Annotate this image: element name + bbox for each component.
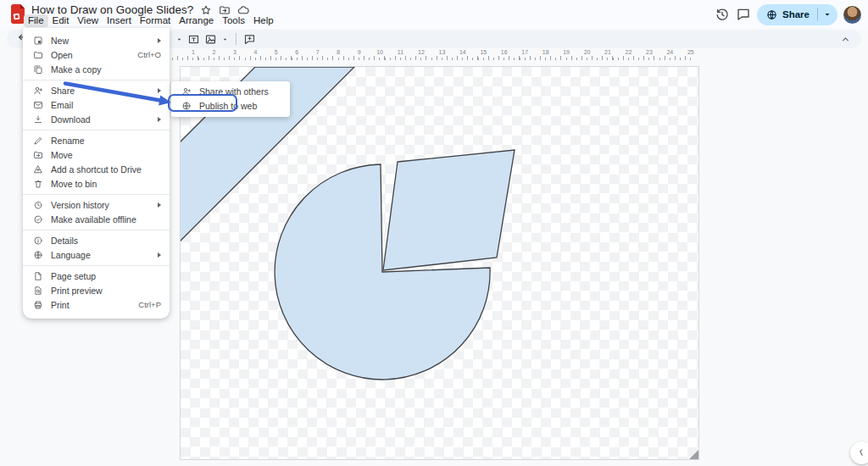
menubar-item-edit[interactable]: Edit — [48, 14, 74, 27]
share-submenu: Share with othersPublish to web — [171, 81, 290, 117]
menu-item-print-preview[interactable]: Print preview — [23, 283, 170, 297]
menubar-item-arrange[interactable]: Arrange — [175, 14, 218, 27]
menu-item-make-a-copy[interactable]: Make a copy — [23, 62, 170, 76]
menu-item-rename[interactable]: Rename — [23, 133, 170, 147]
image-dropdown-caret-icon[interactable] — [221, 36, 229, 43]
menubar-item-format[interactable]: Format — [136, 14, 175, 27]
menu-item-email[interactable]: Email — [23, 97, 170, 112]
menu-item-download[interactable]: Download — [23, 112, 170, 126]
share-button-label: Share — [782, 9, 810, 19]
info-icon — [33, 236, 43, 246]
menu-item-label: New — [51, 36, 150, 46]
ruler-number: 5 — [275, 49, 278, 55]
menu-separator — [23, 230, 170, 230]
menu-item-label: Share with others — [199, 86, 281, 97]
ruler-half-ticks — [177, 56, 692, 60]
collapse-toolbar-icon[interactable] — [840, 33, 851, 44]
menubar-item-help[interactable]: Help — [249, 14, 278, 27]
menu-item-move[interactable]: Move — [23, 147, 170, 162]
print-preview-icon — [33, 286, 43, 296]
menu-item-open[interactable]: OpenCtrl+O — [23, 47, 170, 62]
menu-item-new[interactable]: New — [23, 33, 170, 47]
menu-item-label: Open — [51, 50, 130, 60]
zoom-dropdown-caret-icon[interactable] — [175, 36, 183, 43]
share-button[interactable]: Share — [757, 4, 837, 25]
add-comment-icon[interactable] — [243, 33, 256, 46]
menu-item-details[interactable]: Details — [23, 233, 170, 247]
comments-icon[interactable] — [736, 7, 751, 22]
menubar-item-file[interactable]: File — [24, 14, 48, 27]
ruler-number: 24 — [666, 49, 673, 55]
quadrilateral-shape[interactable] — [383, 150, 515, 270]
menu-item-label: Publish to web — [199, 101, 281, 111]
menu-item-share-with-others[interactable]: Share with others — [171, 85, 290, 99]
menu-bar: FileEditViewInsertFormatArrangeToolsHelp — [24, 14, 278, 27]
canvas-resize-handle[interactable] — [689, 450, 698, 459]
menubar-item-view[interactable]: View — [73, 14, 103, 27]
account-avatar[interactable] — [843, 6, 861, 24]
menu-item-add-a-shortcut-to-drive[interactable]: Add a shortcut to Drive — [23, 162, 170, 176]
menu-item-share[interactable]: Share — [23, 83, 170, 97]
ruler-number: 11 — [398, 49, 403, 55]
menu-item-label: Make available offline — [51, 214, 161, 225]
menu-item-label: Page setup — [51, 271, 161, 281]
menu-separator — [23, 130, 170, 130]
app-header: How to Draw on Google Slides? FileEditVi… — [0, 0, 868, 29]
submenu-arrow-icon — [158, 38, 161, 43]
menubar-item-insert[interactable]: Insert — [103, 14, 136, 27]
menu-item-make-available-offline[interactable]: Make available offline — [23, 212, 170, 226]
canvas-shapes — [181, 67, 698, 459]
copy-icon — [33, 64, 43, 75]
ruler-number: 20 — [584, 49, 591, 55]
menu-separator — [23, 80, 170, 80]
menu-item-label: Move to bin — [51, 179, 161, 189]
menu-item-language[interactable]: Language — [23, 247, 170, 262]
ruler-number: 13 — [438, 49, 445, 55]
menu-item-label: Make a copy — [51, 64, 161, 75]
share-status-globe-icon — [766, 9, 777, 20]
menu-item-label: Download — [51, 114, 150, 125]
menu-item-page-setup[interactable]: Page setup — [23, 269, 170, 283]
ruler-number: 6 — [295, 49, 298, 55]
text-box-icon[interactable] — [187, 33, 200, 46]
page-setup-icon — [33, 271, 43, 281]
ruler-number: 2 — [212, 49, 215, 55]
menu-item-shortcut: Ctrl+P — [138, 300, 161, 309]
menu-item-print[interactable]: PrintCtrl+P — [23, 297, 170, 312]
printer-icon — [33, 300, 43, 310]
horizontal-ruler: 1234567891011121314151617181920212223242… — [170, 48, 698, 63]
menu-item-label: Add a shortcut to Drive — [51, 164, 161, 175]
share-pill-divider — [817, 8, 818, 21]
menu-item-version-history[interactable]: Version history — [23, 197, 170, 212]
share-dropdown-caret-icon[interactable] — [820, 7, 835, 22]
submenu-arrow-icon — [158, 252, 161, 258]
toolbar-divider — [236, 33, 236, 45]
submenu-arrow-icon — [158, 88, 161, 93]
ruler-number: 18 — [542, 49, 549, 55]
ruler-number: 9 — [358, 49, 361, 55]
menu-item-label: Move — [51, 150, 161, 160]
collapse-panel-button[interactable] — [850, 441, 868, 464]
history-icon — [33, 200, 43, 210]
ruler-number: 10 — [376, 49, 383, 55]
ruler-number: 22 — [626, 49, 632, 55]
download-icon — [33, 114, 43, 125]
menu-item-label: Language — [51, 250, 150, 260]
menu-item-publish-to-web[interactable]: Publish to web — [171, 99, 290, 114]
menubar-item-tools[interactable]: Tools — [218, 14, 249, 27]
version-history-icon[interactable] — [715, 7, 730, 22]
insert-image-icon[interactable] — [204, 33, 217, 46]
person-add-icon — [181, 86, 192, 97]
globe-icon — [181, 101, 192, 111]
drive-shortcut-icon — [33, 164, 43, 175]
menu-item-move-to-bin[interactable]: Move to bin — [23, 176, 170, 191]
ruler-number: 8 — [337, 49, 340, 55]
ruler-number: 15 — [480, 49, 487, 55]
ruler-number: 23 — [646, 49, 653, 55]
ruler-number: 25 — [687, 49, 694, 55]
ruler-number: 21 — [604, 49, 611, 55]
chevron-left-icon — [857, 446, 866, 461]
email-icon — [33, 100, 43, 110]
slide-canvas[interactable] — [180, 66, 699, 460]
person-add-icon — [33, 86, 43, 96]
